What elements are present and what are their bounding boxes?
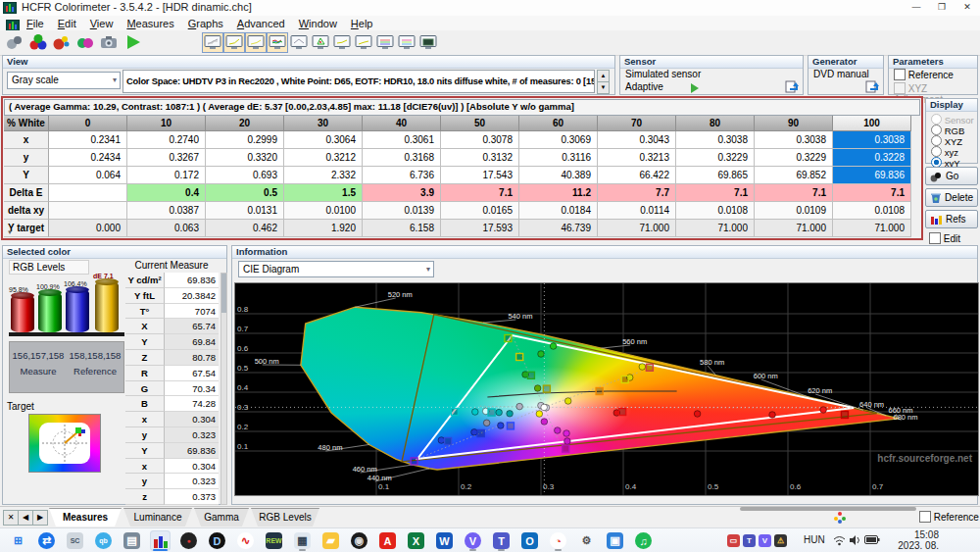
table-cell[interactable]: 71.000	[598, 220, 676, 237]
table-cell[interactable]: 0.0109	[755, 202, 833, 220]
column-header[interactable]: 90	[755, 116, 833, 131]
table-cell[interactable]: 1.5	[284, 184, 363, 202]
taskbar-chrome-icon[interactable]: ◔	[548, 530, 568, 551]
taskbar-camera-icon[interactable]: ◉	[349, 530, 369, 551]
column-header[interactable]: 30	[284, 116, 363, 131]
taskbar-excel-icon[interactable]: X	[406, 530, 426, 551]
taskbar-hdsentinel-icon[interactable]: ▤	[122, 530, 142, 551]
table-cell[interactable]: 0.3078	[441, 131, 519, 149]
table-cell[interactable]: 7.1	[441, 184, 519, 202]
table-cell[interactable]: 0.0184	[519, 202, 598, 220]
table-cell[interactable]: 0.3069	[519, 131, 598, 149]
table-cell[interactable]: 0.462	[206, 220, 284, 237]
tab-rgb-levels[interactable]: RGB Levels	[251, 508, 319, 527]
row-label[interactable]: Y	[4, 167, 49, 184]
menu-file[interactable]: File	[20, 18, 51, 29]
table-cell[interactable]: 0.3116	[519, 149, 598, 167]
mdi-system-icon[interactable]	[6, 20, 20, 31]
column-header[interactable]: 100	[833, 116, 911, 131]
menu-graphs[interactable]: Graphs	[181, 18, 230, 29]
table-cell[interactable]: 3.9	[363, 184, 441, 202]
near-black-graph-button[interactable]	[245, 32, 267, 53]
primary-colors-icon[interactable]	[51, 31, 73, 53]
taskbar-streamcontrol-icon[interactable]: SC	[65, 530, 85, 551]
luminance-graph-button[interactable]	[288, 32, 310, 53]
taskbar-qbittorrent-icon[interactable]: qb	[93, 530, 114, 551]
measure-table-scrollbar[interactable]	[220, 273, 227, 505]
menu-edit[interactable]: Edit	[51, 18, 83, 29]
tab-close-button[interactable]: ✕	[3, 510, 19, 526]
refs-button[interactable]: Refs	[925, 210, 978, 228]
language-indicator[interactable]: HUN	[804, 534, 825, 545]
generator-config-icon[interactable]	[865, 80, 879, 93]
table-cell[interactable]: 0.0139	[363, 202, 441, 220]
table-cell[interactable]: 0.3229	[676, 149, 755, 167]
taskbar-start-icon[interactable]: ⊞	[8, 530, 28, 551]
table-cell[interactable]: 0.0100	[284, 202, 363, 220]
table-cell[interactable]: 7.1	[676, 184, 755, 202]
table-cell[interactable]: 0.4	[127, 184, 206, 202]
color-temperature-graph-button[interactable]	[331, 32, 353, 53]
table-cell[interactable]: 0.172	[127, 167, 206, 184]
rgb-levels-graph-button[interactable]	[374, 32, 396, 53]
table-cell[interactable]: 0.5	[206, 184, 284, 202]
table-cell[interactable]: 0.000	[49, 220, 127, 237]
table-cell[interactable]: 0.3064	[284, 131, 363, 149]
contrast-graph-button[interactable]	[353, 32, 374, 53]
table-cell[interactable]: 6.736	[363, 167, 441, 184]
column-header[interactable]: % White	[4, 116, 49, 131]
column-header[interactable]: 80	[676, 116, 755, 131]
table-cell[interactable]: 69.865	[676, 167, 755, 184]
table-cell[interactable]: 71.000	[755, 220, 833, 237]
taskbar-teams-icon[interactable]: T	[491, 530, 512, 551]
taskbar-viber-icon[interactable]: V	[463, 530, 483, 551]
table-cell[interactable]: 0.3267	[127, 149, 206, 167]
table-cell[interactable]: 40.389	[519, 167, 598, 184]
table-cell[interactable]: 0.063	[127, 220, 206, 237]
table-cell[interactable]: 0.3038	[833, 131, 911, 149]
table-cell[interactable]: 0.0131	[206, 202, 284, 220]
taskbar-photos-icon[interactable]: ▣	[605, 530, 625, 551]
taskbar-rew-icon[interactable]: REW	[264, 530, 284, 551]
grayscale-graph-button[interactable]	[202, 32, 223, 53]
table-cell[interactable]: 11.2	[519, 184, 598, 202]
table-cell[interactable]: 0.064	[49, 167, 127, 184]
table-cell[interactable]: 46.739	[519, 220, 598, 237]
table-cell[interactable]: 0.3213	[598, 149, 676, 167]
saturation-graph-button[interactable]	[396, 32, 417, 53]
reference-toggle-checkbox[interactable]: Reference	[919, 511, 979, 523]
row-label[interactable]: y	[4, 149, 49, 167]
table-cell[interactable]: 0.3228	[833, 149, 911, 167]
menu-measures[interactable]: Measures	[120, 18, 180, 29]
table-cell[interactable]: 0.3229	[755, 149, 833, 167]
horizontal-scrollbar[interactable]	[740, 507, 916, 511]
table-cell[interactable]: 2.332	[284, 167, 363, 184]
tab-luminance[interactable]: Luminance	[123, 508, 192, 527]
delete-button[interactable]: Delete	[925, 188, 978, 207]
taskbar-soundwave-icon[interactable]: ∿	[235, 530, 256, 551]
table-cell[interactable]: 0.2434	[49, 149, 127, 167]
column-header[interactable]: 0	[49, 116, 127, 131]
column-header[interactable]: 20	[206, 116, 284, 131]
gamma-graph-button[interactable]	[223, 32, 245, 53]
table-cell[interactable]: 0.0108	[676, 202, 755, 220]
table-cell[interactable]: 0.3132	[441, 149, 519, 167]
measures-graph-button[interactable]	[267, 32, 288, 53]
taskbar-calculator-icon[interactable]: ▦	[292, 530, 313, 551]
table-cell[interactable]: 0.0387	[127, 202, 206, 220]
table-cell[interactable]: 0.3043	[598, 131, 676, 149]
table-cell[interactable]: 66.422	[598, 167, 676, 184]
taskbar-outlook-icon[interactable]: O	[519, 530, 540, 551]
battery-icon[interactable]	[864, 535, 880, 545]
table-cell[interactable]: 7.1	[755, 184, 833, 202]
minimize-button[interactable]: —	[904, 0, 929, 15]
table-cell[interactable]: 0.2999	[206, 131, 284, 149]
table-cell[interactable]: 0.0114	[598, 202, 676, 220]
table-cell[interactable]: 0.3061	[363, 131, 441, 149]
taskbar-stardock-icon[interactable]: ●	[178, 530, 199, 551]
menu-advanced[interactable]: Advanced	[230, 18, 292, 29]
alert-tray-icon[interactable]: ⚠	[774, 534, 787, 547]
taskbar-acrobat-icon[interactable]: A	[377, 530, 398, 551]
taskbar-madvr-icon[interactable]: D	[207, 530, 227, 551]
table-cell[interactable]: 0.3038	[755, 131, 833, 149]
